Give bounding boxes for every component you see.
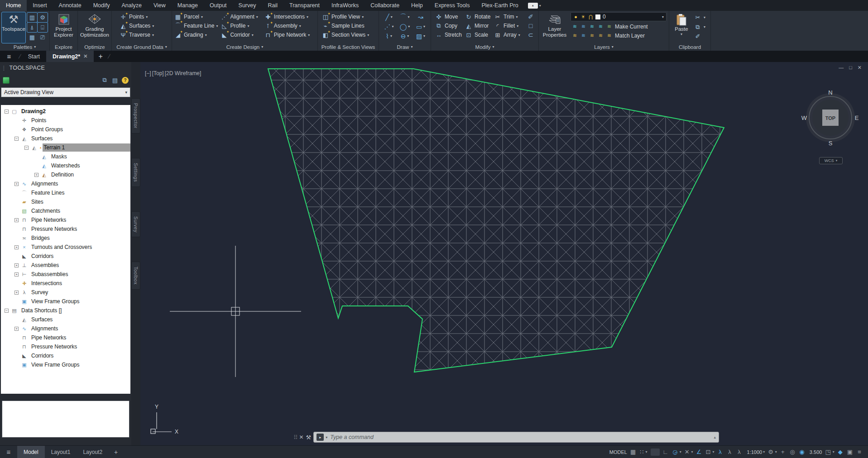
modify-tool-button[interactable]: ⊞ Array ▾	[494, 30, 524, 39]
tree-item-label[interactable]: Surfaces	[30, 134, 55, 143]
ribbon-tool-button[interactable]: ◺ Profile ▾	[220, 21, 263, 30]
menu-item[interactable]: Help	[405, 0, 429, 11]
chevron-down-icon[interactable]: ▾	[392, 24, 393, 29]
tree-item-label[interactable]: Pipe Networks	[30, 216, 69, 224]
status-toggle[interactable]: ⚙ ▾	[767, 447, 778, 457]
chevron-down-icon[interactable]: ▾	[299, 24, 301, 28]
status-toggle[interactable]: MODEL	[607, 447, 628, 457]
menu-item[interactable]: Analyze	[115, 0, 147, 11]
chevron-down-icon[interactable]: ▾	[247, 24, 249, 28]
grading-optimization-button[interactable]: Grading Optimization	[79, 12, 110, 43]
tree-item-label[interactable]: Data Shortcuts []	[20, 306, 64, 315]
menu-item[interactable]: Transparent	[283, 0, 326, 11]
tree-item[interactable]: ⊓ Pressure Networks	[1, 342, 130, 351]
palette-toggle-button[interactable]: ▥	[27, 13, 37, 22]
layer-tool-icon[interactable]: ≋	[579, 33, 588, 38]
tree-item-label[interactable]: Watersheds	[50, 162, 83, 170]
view-compass[interactable]: TOP N W E S	[801, 89, 859, 147]
draw-tool-button[interactable]: ⌒ ▾	[397, 12, 413, 22]
ribbon-tool-button[interactable]: ◧ Section Views ▾	[321, 30, 369, 39]
chevron-down-icon[interactable]: ▾	[362, 15, 364, 19]
tree-item-label[interactable]: Terrain 1	[43, 143, 130, 152]
tree-item[interactable]: ◣ Corridors	[1, 252, 130, 261]
status-toggle[interactable]: λ	[735, 447, 744, 457]
draw-tool-button[interactable]: ▨ ▾	[413, 31, 429, 41]
layer-tool-icon[interactable]: ≋	[588, 33, 596, 38]
tree-expand-toggle[interactable]: −	[14, 137, 19, 141]
ribbon-tool-button[interactable]: ⌁ Sample Lines	[321, 21, 369, 30]
panel-label-modify[interactable]: Modify▾	[431, 43, 538, 51]
toolspace-side-tab[interactable]: Settings	[131, 158, 140, 187]
menu-item[interactable]: Insert	[27, 0, 53, 11]
panel-label-draw[interactable]: Draw▾	[379, 43, 431, 51]
drawing-tab[interactable]: Drawing2* ✕	[46, 51, 94, 62]
lock-icon[interactable]: ⋂	[588, 14, 593, 20]
status-toggle[interactable]: +	[779, 447, 788, 457]
tree-item-label[interactable]: Point Groups	[30, 125, 66, 134]
compass-east[interactable]: E	[855, 114, 859, 121]
tree-item[interactable]: ▣ View Frame Groups	[1, 360, 130, 369]
ribbon-tool-button[interactable]: ◭ Surfaces ▾	[119, 21, 154, 30]
compass-south[interactable]: S	[829, 140, 833, 147]
tree-expand-toggle[interactable]: −	[5, 110, 9, 114]
tree-item[interactable]: ◭ Masks	[1, 152, 130, 161]
tree-item-label[interactable]: Pressure Networks	[30, 343, 80, 351]
tree-item-label[interactable]: Alignments	[30, 324, 61, 333]
menu-item[interactable]: Output	[204, 0, 233, 11]
menu-item[interactable]: Plex-Earth Pro	[475, 0, 524, 11]
drawing-canvas[interactable]: Y X TOP N W E S	[140, 62, 868, 445]
tree-item[interactable]: ⌒ Feature Lines	[1, 188, 130, 197]
menu-item[interactable]: View	[148, 0, 172, 11]
layout-tab[interactable]: Layout2	[77, 446, 109, 458]
chevron-down-icon[interactable]: ▾	[201, 15, 203, 19]
chevron-down-icon[interactable]: ▾	[516, 15, 518, 19]
tree-item[interactable]: ▧ Catchments	[1, 206, 130, 215]
tree-item[interactable]: ◭ Watersheds	[1, 161, 130, 170]
tree-item[interactable]: − ▤ Data Shortcuts []	[1, 306, 130, 315]
layout-tab[interactable]: Model	[17, 446, 45, 458]
menu-item[interactable]: Collaborate	[364, 0, 405, 11]
layer-tool-icon[interactable]: ≋	[571, 24, 579, 29]
restore-icon[interactable]: □	[849, 65, 852, 71]
chevron-down-icon[interactable]: ▾	[205, 33, 207, 37]
tree-item-label[interactable]: Feature Lines	[30, 189, 67, 197]
project-explorer-button[interactable]: Project Explorer	[52, 12, 76, 43]
status-toggle[interactable]: λ	[716, 447, 725, 457]
chevron-down-icon[interactable]: ▾	[517, 24, 518, 28]
tree-item[interactable]: + ⊥ Assemblies	[1, 261, 130, 270]
tree-item-label[interactable]: Survey	[30, 288, 51, 296]
tree-item-label[interactable]: Alignments	[30, 180, 61, 188]
status-toggle[interactable]: ✕ ▾	[683, 447, 695, 457]
chevron-down-icon[interactable]: ▾	[704, 15, 705, 19]
palette-toggle-button[interactable]: ⌺	[38, 23, 48, 32]
draw-tool-button[interactable]: ╱ ▾	[381, 12, 397, 22]
tree-item[interactable]: ⊓ Pressure Networks	[1, 224, 130, 234]
modify-tool-button[interactable]: ✜ Move	[435, 12, 464, 21]
tree-item-label[interactable]: Pipe Networks	[30, 334, 69, 342]
ribbon-tool-button[interactable]: ✚ Intersections ▾	[264, 12, 316, 21]
ribbon-tool-button[interactable]: ⌒ Feature Line ▾	[174, 21, 219, 30]
minimize-icon[interactable]: —	[839, 65, 844, 71]
panel-label-palettes[interactable]: Palettes▾	[0, 43, 49, 51]
tree-item-label[interactable]: Surfaces	[30, 315, 55, 324]
toolspace-titlebar[interactable]: ⡇ TOOLSPACE	[0, 62, 131, 74]
draw-tool-button[interactable]: ⌇ ▾	[381, 31, 397, 41]
toolspace-side-tab[interactable]: Prospector	[131, 98, 140, 134]
tree-item-label[interactable]: Pressure Networks	[30, 225, 80, 233]
chevron-down-icon[interactable]: ▾	[408, 15, 409, 19]
tree-item-label[interactable]: View Frame Groups	[30, 297, 82, 305]
view-selector-dropdown[interactable]: Active Drawing View ▾	[1, 87, 130, 97]
draw-tool-button[interactable]: ▭ ▾	[413, 22, 429, 31]
ribbon-tool-button[interactable]: ◫ Profile View ▾	[321, 12, 369, 21]
modify-tool-button[interactable]: ↻ Rotate	[465, 12, 493, 21]
chevron-down-icon[interactable]: ▾	[407, 34, 409, 38]
tree-item[interactable]: + ∿ Alignments	[1, 324, 130, 333]
clipboard-tool-button[interactable]: ✂ ▾	[694, 13, 705, 22]
toolspace-side-tab[interactable]: Survey	[131, 211, 140, 238]
bulb-icon[interactable]: ●	[573, 14, 578, 19]
chevron-down-icon[interactable]: ▾	[256, 15, 258, 19]
tree-item[interactable]: ✛ Points	[1, 116, 130, 125]
menu-item[interactable]: Annotate	[53, 0, 87, 11]
tree-item[interactable]: + ∿ Alignments	[1, 179, 130, 188]
status-toggle[interactable]: ▦	[629, 447, 638, 457]
